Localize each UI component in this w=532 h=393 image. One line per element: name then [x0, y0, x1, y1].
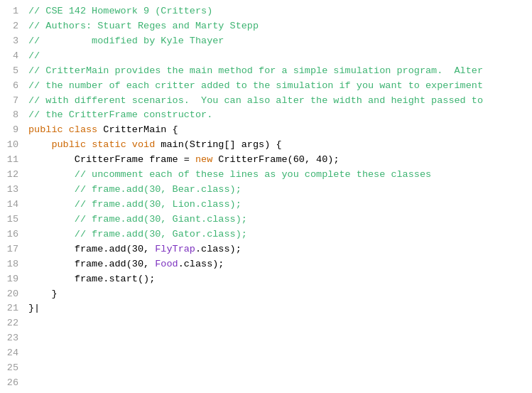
token: } — [28, 303, 34, 313]
line-number: 6 — [0, 79, 18, 94]
token: main(String[] args) { — [155, 139, 281, 150]
code-line: // frame.add(30, Lion.class); — [28, 198, 532, 212]
code-line: // CritterMain provides the main method … — [28, 64, 532, 79]
code-line: frame.add(30, FlyTrap.class); — [28, 242, 532, 257]
token: new — [195, 154, 212, 165]
line-number: 2 — [0, 19, 18, 34]
token: void — [132, 139, 155, 150]
token: // Authors: Stuart Reges and Marty Stepp — [28, 21, 259, 31]
line-number: 14 — [0, 198, 18, 212]
code-line: // the CritterFrame constructor. — [28, 108, 532, 123]
token: CritterMain { — [97, 124, 178, 135]
code-editor: 1234567891011121314151617181920212223242… — [0, 0, 532, 393]
line-number: 25 — [0, 361, 18, 376]
code-line: // the number of each critter added to t… — [28, 79, 532, 94]
token: FlyTrap — [155, 244, 195, 254]
token: public — [28, 124, 63, 135]
code-content: // CSE 142 Homework 9 (Critters)// Autho… — [26, 4, 532, 391]
line-number: 12 — [0, 168, 18, 183]
token: // CSE 142 Homework 9 (Critters) — [28, 6, 212, 16]
token: // frame.add(30, Giant.class); — [28, 214, 247, 225]
token: .class); — [178, 259, 224, 269]
token: // the CritterFrame constructor. — [28, 109, 212, 120]
line-number: 24 — [0, 346, 18, 361]
line-number: 19 — [0, 272, 18, 287]
token: | — [34, 303, 40, 313]
code-line: // — [28, 49, 532, 64]
token: frame.add(30, — [28, 244, 155, 254]
line-number: 21 — [0, 301, 18, 316]
line-number: 9 — [0, 123, 18, 138]
line-number: 4 — [0, 49, 18, 64]
line-number: 16 — [0, 227, 18, 242]
code-line: frame.start(); — [28, 272, 532, 287]
code-line: CritterFrame frame = new CritterFrame(60… — [28, 153, 532, 168]
line-number: 26 — [0, 376, 18, 391]
line-number: 10 — [0, 138, 18, 153]
line-number: 13 — [0, 183, 18, 198]
token: // the number of each critter added to t… — [28, 80, 483, 91]
token: // CritterMain provides the main method … — [28, 65, 483, 76]
token: // frame.add(30, Bear.class); — [28, 184, 241, 195]
line-numbers: 1234567891011121314151617181920212223242… — [0, 4, 26, 391]
code-line: } — [28, 287, 532, 302]
token — [126, 139, 132, 150]
code-line: // frame.add(30, Gator.class); — [28, 227, 532, 242]
token: // — [28, 50, 40, 61]
token: frame.start(); — [28, 274, 155, 284]
code-line: public static void main(String[] args) { — [28, 138, 532, 153]
token: // with different scenarios. You can als… — [28, 95, 483, 106]
token — [63, 124, 69, 135]
line-number: 20 — [0, 287, 18, 302]
line-number: 22 — [0, 316, 18, 331]
code-line: // uncomment each of these lines as you … — [28, 168, 532, 183]
line-number: 11 — [0, 153, 18, 168]
token: // uncomment each of these lines as you … — [28, 169, 431, 180]
token: Food — [155, 259, 178, 269]
line-number: 15 — [0, 212, 18, 227]
code-line: frame.add(30, Food.class); — [28, 257, 532, 272]
token: CritterFrame frame = — [28, 154, 195, 165]
code-line: // frame.add(30, Giant.class); — [28, 212, 532, 227]
line-number: 5 — [0, 64, 18, 79]
token — [86, 139, 92, 150]
code-line: // CSE 142 Homework 9 (Critters) — [28, 4, 532, 19]
line-number: 7 — [0, 94, 18, 109]
token: CritterFrame(60, 40); — [212, 154, 339, 165]
token: // frame.add(30, Gator.class); — [28, 229, 247, 239]
token: frame.add(30, — [28, 259, 155, 269]
code-line: // Authors: Stuart Reges and Marty Stepp — [28, 19, 532, 34]
code-line: // frame.add(30, Bear.class); — [28, 183, 532, 198]
code-line: // with different scenarios. You can als… — [28, 94, 532, 109]
line-number: 17 — [0, 242, 18, 257]
line-number: 23 — [0, 331, 18, 346]
token: // modified by Kyle Thayer — [28, 36, 224, 46]
token: class — [69, 124, 98, 135]
line-number: 1 — [0, 4, 18, 19]
token: // frame.add(30, Lion.class); — [28, 199, 241, 210]
code-line: public class CritterMain { — [28, 123, 532, 138]
line-number: 3 — [0, 34, 18, 49]
code-line: // modified by Kyle Thayer — [28, 34, 532, 49]
code-line: }| — [28, 301, 532, 316]
token: .class); — [195, 244, 241, 254]
token — [28, 139, 51, 150]
line-number: 18 — [0, 257, 18, 272]
token: public — [51, 139, 86, 150]
line-number: 8 — [0, 108, 18, 123]
token: static — [92, 139, 126, 150]
token: } — [28, 289, 58, 299]
